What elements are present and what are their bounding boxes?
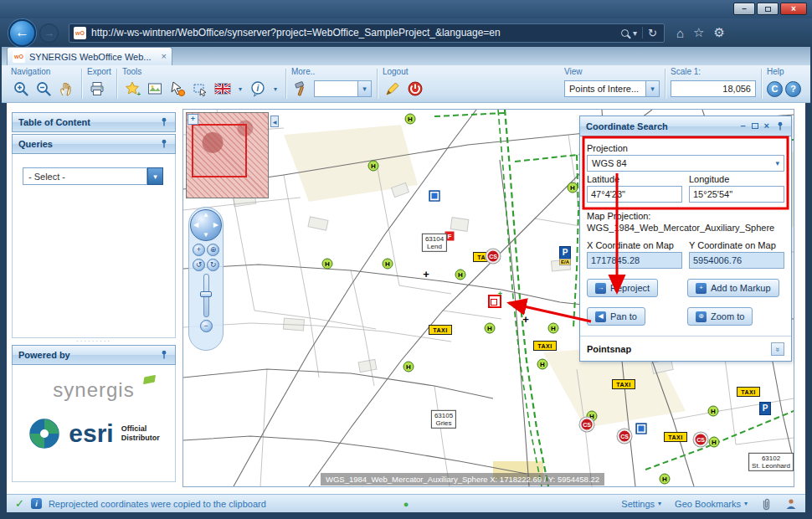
- toc-panel-header[interactable]: Table of Content: [12, 112, 176, 132]
- info-dropdown-icon[interactable]: ▾: [270, 80, 280, 98]
- query-select-combobox[interactable]: - Select - ▾: [23, 167, 163, 185]
- view-dropdown-icon[interactable]: ▾: [645, 80, 660, 97]
- info-tool-button[interactable]: i: [248, 79, 268, 99]
- zoom-out-button[interactable]: [33, 79, 54, 99]
- logout-button[interactable]: [405, 79, 425, 99]
- url-input[interactable]: [86, 27, 619, 39]
- map-marker-taxi[interactable]: TAXI: [664, 432, 687, 442]
- map-marker-selection[interactable]: [488, 295, 501, 308]
- pan-down-icon[interactable]: ▼: [203, 232, 209, 239]
- map-marker-hospital[interactable]: H: [537, 359, 548, 370]
- pan-right-icon[interactable]: ▶: [213, 222, 218, 229]
- print-button[interactable]: [87, 79, 107, 99]
- queries-panel-header[interactable]: Queries: [12, 134, 176, 154]
- help-button[interactable]: ?: [785, 81, 801, 97]
- window-close-button[interactable]: ×: [780, 3, 807, 15]
- overview-extent-box[interactable]: [192, 124, 247, 177]
- latitude-field[interactable]: [587, 186, 682, 203]
- powered-by-panel-header[interactable]: Powered by: [12, 345, 176, 365]
- search-dropdown-icon[interactable]: ▾: [633, 28, 637, 38]
- window-minimize-button[interactable]: –: [733, 3, 755, 15]
- zoom-in-button[interactable]: [11, 79, 31, 99]
- reproject-button[interactable]: → Reproject: [587, 279, 658, 297]
- select-tool-button[interactable]: [190, 79, 210, 99]
- more-tools-combobox[interactable]: ▾: [314, 80, 372, 97]
- panel-splitter[interactable]: ·········: [12, 338, 176, 345]
- coordinate-pick-tool-button[interactable]: [167, 79, 188, 99]
- previous-extent-button[interactable]: ↺: [193, 259, 205, 271]
- refresh-icon[interactable]: ↻: [648, 27, 657, 39]
- tab-close-icon[interactable]: ×: [162, 52, 167, 61]
- full-extent-button[interactable]: ⊕: [207, 244, 219, 256]
- home-icon[interactable]: ⌂: [676, 26, 684, 40]
- back-button[interactable]: ←: [8, 19, 36, 47]
- map-marker-hospital[interactable]: H: [709, 437, 720, 448]
- pan-left-icon[interactable]: ◀: [193, 222, 198, 229]
- panel-minimize-icon[interactable]: –: [740, 121, 745, 131]
- map-marker-cross[interactable]: +: [423, 269, 429, 280]
- map-marker-hospital[interactable]: H: [568, 182, 578, 193]
- map-marker-hospital[interactable]: H: [708, 406, 719, 417]
- map-marker-taxi[interactable]: TAXI: [429, 325, 452, 335]
- longitude-field[interactable]: [689, 186, 784, 203]
- overview-map[interactable]: +: [186, 112, 269, 198]
- pan-button[interactable]: [56, 79, 76, 99]
- pan-dpad[interactable]: ▲ ▼ ◀ ▶: [190, 209, 222, 241]
- identify-tool-button[interactable]: [145, 79, 165, 99]
- zoom-to-button[interactable]: ⊕ Zoom to: [687, 307, 753, 326]
- favorites-icon[interactable]: ☆: [693, 25, 704, 40]
- map-marker-cs[interactable]: CS: [694, 433, 708, 447]
- map-marker-hospital[interactable]: H: [403, 362, 414, 373]
- zoom-slider-handle[interactable]: [200, 291, 212, 297]
- map-marker-taxi[interactable]: TAXI: [533, 341, 557, 351]
- overview-collapse-button[interactable]: ◀: [270, 116, 279, 127]
- pointsnap-expand-button[interactable]: »: [771, 342, 784, 356]
- next-extent-button[interactable]: ↻: [207, 259, 219, 271]
- map-marker-taxi[interactable]: TAXI: [612, 379, 635, 389]
- map-marker-hospital[interactable]: H: [548, 323, 559, 334]
- map-marker-hospital[interactable]: H: [322, 259, 333, 270]
- map-marker-gate[interactable]: [429, 191, 440, 202]
- geo-bookmarks-menu[interactable]: Geo Bookmarks ▾: [675, 499, 748, 509]
- settings-gear-icon[interactable]: ⚙: [714, 25, 725, 40]
- user-profile-icon[interactable]: [785, 498, 797, 510]
- view-combobox[interactable]: Points of Intere... ▾: [564, 80, 660, 97]
- zoom-slider[interactable]: [203, 274, 209, 317]
- browser-tab[interactable]: wO SYNERGIS WebOffice Web... ×: [7, 47, 172, 65]
- context-help-button[interactable]: C: [767, 81, 783, 97]
- settings-menu[interactable]: Settings ▾: [621, 499, 661, 509]
- map-marker-hospital[interactable]: H: [383, 259, 393, 270]
- zoom-out-map-button[interactable]: −: [200, 320, 213, 332]
- combo-dropdown-icon[interactable]: ▾: [357, 80, 372, 97]
- zoom-in-map-button[interactable]: +: [193, 244, 205, 256]
- pin-icon[interactable]: [159, 139, 169, 149]
- map-marker-hospital[interactable]: H: [660, 474, 671, 485]
- chevron-down-icon[interactable]: ▾: [775, 159, 779, 167]
- add-markup-tool-button[interactable]: +: [122, 79, 142, 99]
- map-marker-cross[interactable]: +: [522, 314, 529, 325]
- add-to-markup-button[interactable]: + Add to Markup: [687, 279, 779, 297]
- language-tool-button[interactable]: [213, 79, 233, 99]
- map-marker-hospital[interactable]: H: [485, 323, 496, 334]
- pin-icon[interactable]: [159, 350, 169, 360]
- search-icon[interactable]: [621, 29, 629, 37]
- language-dropdown-icon[interactable]: ▾: [235, 80, 245, 98]
- projection-select[interactable]: WGS 84 ▾: [587, 155, 784, 172]
- scale-input[interactable]: [671, 80, 756, 97]
- query-select-dropdown-icon[interactable]: ▾: [147, 167, 163, 185]
- address-bar[interactable]: wO ▾ ↻: [69, 23, 665, 43]
- edit-session-button[interactable]: [383, 79, 403, 99]
- overview-move-icon[interactable]: +: [188, 114, 198, 125]
- map-marker-parking[interactable]: P: [759, 402, 771, 415]
- window-maximize-button[interactable]: [757, 3, 779, 15]
- map-marker-parking[interactable]: PE/A: [559, 246, 571, 260]
- map-marker-cs[interactable]: CS: [486, 249, 501, 264]
- coordinate-search-header[interactable]: Coordinate Search – ×: [580, 116, 791, 136]
- panel-restore-icon[interactable]: [752, 123, 758, 129]
- pan-to-button[interactable]: ◀ Pan to: [587, 307, 645, 326]
- map-marker-gate[interactable]: [636, 424, 647, 434]
- panel-close-icon[interactable]: ×: [764, 121, 769, 131]
- pan-up-icon[interactable]: ▲: [203, 212, 209, 218]
- tools-more-button[interactable]: [291, 79, 311, 99]
- map-marker-hospital[interactable]: H: [455, 270, 466, 280]
